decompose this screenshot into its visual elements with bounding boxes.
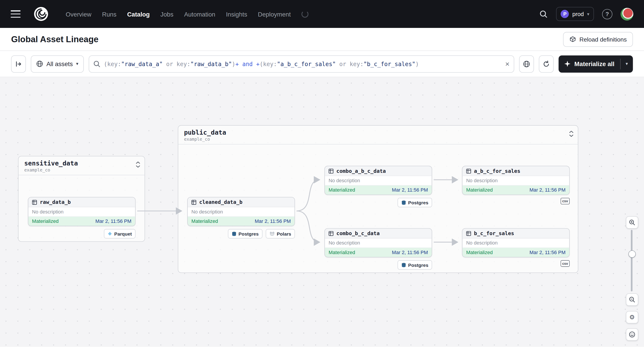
nav-link-catalog[interactable]: Catalog — [127, 10, 150, 17]
environment-name: prod — [572, 11, 584, 17]
group-title: public_data — [184, 129, 572, 136]
kind-tag-postgres[interactable]: Postgres — [398, 260, 432, 270]
asset-node-header: b_c_for_sales — [462, 229, 569, 239]
materialize-options-caret[interactable]: ▾ — [620, 55, 633, 72]
kind-tag-parquet[interactable]: Parquet — [104, 229, 136, 239]
asset-tags-cleaned-data-b: Postgres Polars — [187, 229, 295, 239]
query-segment: "raw_data_b" — [190, 60, 232, 67]
dagster-logo[interactable] — [34, 6, 48, 21]
feedback-face-icon — [629, 331, 635, 338]
environment-switcher[interactable]: P prod ▾ — [556, 7, 594, 21]
page-header: Global Asset Lineage Reload definitions — [0, 28, 644, 51]
asset-node-raw-data-b[interactable]: raw_data_b No description Materialized M… — [28, 197, 136, 226]
materialize-all-button[interactable]: Materialize all ▾ — [559, 55, 633, 72]
materialization-timestamp: Mar 2, 11:56 PM — [392, 187, 428, 193]
asset-node-header: cleaned_data_b — [188, 197, 294, 207]
asset-node-a-b-c-for-sales[interactable]: a_b_c_for_sales No description Materiali… — [462, 166, 570, 195]
asset-name: raw_data_b — [40, 199, 70, 205]
kind-tag-postgres[interactable]: Postgres — [398, 198, 432, 207]
hamburger-menu-icon[interactable] — [11, 10, 20, 18]
materialize-all-main[interactable]: Materialize all — [559, 55, 620, 72]
collapse-group-icon[interactable] — [136, 161, 140, 169]
table-icon — [32, 200, 37, 205]
asset-node-header: a_b_c_for_sales — [462, 166, 569, 176]
nav-link-overview[interactable]: Overview — [66, 10, 92, 17]
search-icon[interactable] — [540, 9, 548, 18]
status-badge: Materialized — [328, 250, 355, 256]
help-icon[interactable]: ? — [602, 9, 612, 19]
query-segment: "b_c_for_sales" — [364, 60, 416, 67]
asset-tags-b-c-for-sales: csv — [462, 260, 570, 267]
postgres-icon — [401, 200, 406, 205]
query-segment: and — [239, 60, 256, 67]
asset-node-cleaned-data-b[interactable]: cleaned_data_b No description Materializ… — [187, 197, 295, 226]
selection-syntax-button[interactable] — [519, 55, 534, 72]
polars-icon — [269, 232, 275, 236]
refresh-button[interactable] — [539, 55, 554, 72]
asset-name: cleaned_data_b — [199, 199, 242, 205]
asset-node-b-c-for-sales[interactable]: b_c_for_sales No description Materialize… — [462, 228, 570, 257]
asset-scope-dropdown[interactable]: All assets ▾ — [31, 55, 84, 72]
sparkle-icon — [564, 61, 571, 67]
nav-link-jobs[interactable]: Jobs — [160, 10, 174, 17]
query-segment: key: — [176, 60, 190, 67]
gear-icon: ⚙ — [629, 314, 635, 321]
globe-icon — [523, 60, 530, 67]
asset-status-row: Materialized Mar 2, 11:56 PM — [188, 217, 294, 226]
user-avatar[interactable] — [620, 7, 633, 20]
reload-definitions-button[interactable]: Reload definitions — [563, 32, 633, 46]
zoom-slider-handle[interactable] — [628, 250, 636, 258]
csv-icon[interactable]: csv — [561, 260, 570, 267]
status-badge: Materialized — [32, 218, 58, 224]
status-badge: Materialized — [466, 250, 493, 256]
kind-tag-postgres[interactable]: Postgres — [228, 229, 262, 239]
group-header: sensitive_data example_co — [18, 156, 144, 175]
asset-tags-a-b-c-for-sales: csv — [462, 198, 570, 204]
query-segment: "a_b_c_for_sales" — [277, 60, 336, 67]
app-root: Overview Runs Catalog Jobs Automation In… — [0, 0, 644, 347]
navbar-left: Overview Runs Catalog Jobs Automation In… — [11, 6, 308, 21]
kind-tag-polars[interactable]: Polars — [266, 229, 295, 239]
csv-icon[interactable]: csv — [561, 198, 570, 204]
kind-tag-label: Postgres — [238, 231, 258, 236]
query-segment: + — [235, 60, 239, 67]
asset-node-combo-b-c-data[interactable]: combo_b_c_data No description Materializ… — [324, 228, 432, 257]
lineage-canvas[interactable]: sensitive_data example_co public_data ex… — [0, 77, 644, 347]
asset-description: No description — [462, 239, 569, 248]
asset-status-row: Materialized Mar 2, 11:56 PM — [462, 186, 569, 195]
query-segment: (key: — [104, 60, 121, 67]
clear-selection-icon[interactable]: × — [505, 59, 510, 69]
zoom-slider-track[interactable] — [631, 230, 632, 291]
materialization-timestamp: Mar 2, 11:56 PM — [529, 250, 565, 256]
top-navbar: Overview Runs Catalog Jobs Automation In… — [0, 0, 644, 28]
nav-link-insights[interactable]: Insights — [226, 10, 247, 17]
graph-settings-button[interactable]: ⚙ — [626, 311, 638, 323]
nav-link-deployment[interactable]: Deployment — [258, 10, 291, 17]
table-icon — [328, 168, 334, 173]
asset-status-row: Materialized Mar 2, 11:56 PM — [462, 248, 569, 257]
asset-selection-input[interactable]: (key:"raw_data_a" or key:"raw_data_b")+ … — [89, 55, 514, 72]
nav-link-runs[interactable]: Runs — [102, 10, 116, 17]
group-subtitle: example_co — [24, 167, 139, 172]
group-subtitle: example_co — [184, 137, 572, 142]
query-segment: "raw_data_a" — [121, 60, 163, 67]
status-badge: Materialized — [328, 187, 355, 193]
asset-description: No description — [325, 176, 432, 186]
kind-tag-label: Postgres — [408, 262, 428, 267]
loading-spinner-icon — [302, 10, 308, 17]
reload-definitions-label: Reload definitions — [580, 36, 627, 42]
query-segment: ) — [416, 60, 419, 67]
asset-node-combo-a-b-c-data[interactable]: combo_a_b_c_data No description Material… — [324, 166, 432, 195]
table-icon — [192, 200, 196, 205]
collapse-group-icon[interactable] — [569, 130, 574, 139]
zoom-out-button[interactable] — [626, 293, 638, 306]
environment-badge: P — [561, 10, 569, 18]
nav-link-automation[interactable]: Automation — [184, 10, 215, 17]
asset-status-row: Materialized Mar 2, 11:56 PM — [325, 186, 432, 195]
query-segment: or — [163, 60, 176, 67]
asset-name: combo_a_b_c_data — [336, 168, 386, 174]
feedback-button[interactable] — [626, 328, 638, 341]
zoom-in-button[interactable] — [626, 216, 638, 229]
materialize-all-label: Materialize all — [574, 60, 614, 67]
open-left-panel-button[interactable] — [11, 55, 26, 72]
